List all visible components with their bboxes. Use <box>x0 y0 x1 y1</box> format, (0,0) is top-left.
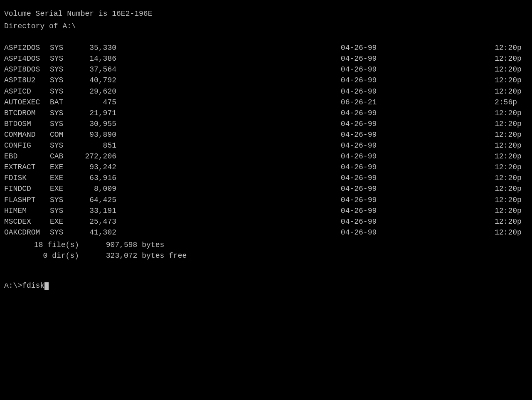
file-time: 12:20p <box>495 195 528 205</box>
file-spacer <box>116 119 341 129</box>
file-time: 12:20p <box>495 216 528 227</box>
serial-number-text: Volume Serial Number is 16E2-196E <box>4 10 152 18</box>
file-size: 40,792 <box>75 75 116 86</box>
file-spacer2 <box>382 108 495 119</box>
table-row: COMMAND COM 93,890 04-26-99 12:20p <box>4 129 528 140</box>
file-name: FDISK <box>4 173 50 183</box>
file-spacer2 <box>382 195 495 205</box>
file-size: 14,386 <box>75 53 116 64</box>
file-spacer2 <box>382 119 495 129</box>
file-name: AUTOEXEC <box>4 97 50 108</box>
file-spacer <box>116 64 341 75</box>
serial-number-line: Volume Serial Number is 16E2-196E <box>4 8 528 19</box>
file-time: 12:20p <box>495 53 528 64</box>
file-spacer <box>116 42 341 53</box>
file-spacer2 <box>382 227 495 238</box>
file-name: OAKCDROM <box>4 227 50 238</box>
file-ext: SYS <box>50 205 75 216</box>
file-name: ASPI2DOS <box>4 42 50 53</box>
file-time: 12:20p <box>495 108 528 119</box>
file-ext: SYS <box>50 140 75 151</box>
file-spacer2 <box>382 75 495 86</box>
file-time: 12:20p <box>495 42 528 53</box>
file-spacer <box>116 53 341 64</box>
file-date: 04-26-99 <box>341 42 382 53</box>
table-row: MSCDEX EXE 25,473 04-26-99 12:20p <box>4 216 528 227</box>
file-date: 06-26-21 <box>341 97 382 108</box>
file-name: FLASHPT <box>4 195 50 205</box>
table-row: FLASHPT SYS 64,425 04-26-99 12:20p <box>4 195 528 205</box>
file-name: ASPI8U2 <box>4 75 50 86</box>
file-spacer2 <box>382 205 495 216</box>
file-spacer2 <box>382 129 495 140</box>
file-time: 12:20p <box>495 183 528 194</box>
dirs-count: 0 dir(s) <box>4 250 79 261</box>
file-date: 04-26-99 <box>341 216 382 227</box>
file-size: 272,206 <box>75 151 116 162</box>
table-row: BTCDROM SYS 21,971 04-26-99 12:20p <box>4 108 528 119</box>
file-ext: SYS <box>50 75 75 86</box>
file-time: 2:56p <box>495 97 528 108</box>
cursor-blink <box>44 282 49 290</box>
file-spacer2 <box>382 53 495 64</box>
file-spacer2 <box>382 140 495 151</box>
file-ext: SYS <box>50 227 75 238</box>
file-spacer2 <box>382 162 495 173</box>
file-date: 04-26-99 <box>341 140 382 151</box>
file-spacer <box>116 75 341 86</box>
file-spacer <box>116 195 341 205</box>
table-row: ASPI2DOS SYS 35,330 04-26-99 12:20p <box>4 42 528 53</box>
file-date: 04-26-99 <box>341 162 382 173</box>
file-ext: SYS <box>50 53 75 64</box>
file-ext: EXE <box>50 183 75 194</box>
file-spacer <box>116 108 341 119</box>
file-spacer2 <box>382 173 495 183</box>
file-name: ASPICD <box>4 86 50 97</box>
file-spacer <box>116 97 341 108</box>
file-size: 21,971 <box>75 108 116 119</box>
file-size: 93,890 <box>75 129 116 140</box>
table-row: EBD CAB 272,206 04-26-99 12:20p <box>4 151 528 162</box>
file-listing: ASPI2DOS SYS 35,330 04-26-99 12:20p ASPI… <box>4 42 528 238</box>
table-row: EXTRACT EXE 93,242 04-26-99 12:20p <box>4 162 528 173</box>
summary-section: 18 file(s) 907,598 bytes 0 dir(s) 323,07… <box>4 240 528 261</box>
file-ext: CAB <box>50 151 75 162</box>
file-time: 12:20p <box>495 119 528 129</box>
file-time: 12:20p <box>495 140 528 151</box>
file-size: 851 <box>75 140 116 151</box>
file-time: 12:20p <box>495 129 528 140</box>
table-row: BTDOSM SYS 30,955 04-26-99 12:20p <box>4 119 528 129</box>
file-name: HIMEM <box>4 205 50 216</box>
file-spacer <box>116 173 341 183</box>
files-summary-line: 18 file(s) 907,598 bytes <box>4 240 528 250</box>
file-ext: SYS <box>50 195 75 205</box>
file-date: 04-26-99 <box>341 173 382 183</box>
file-spacer2 <box>382 183 495 194</box>
file-size: 35,330 <box>75 42 116 53</box>
file-date: 04-26-99 <box>341 183 382 194</box>
file-spacer2 <box>382 97 495 108</box>
file-spacer2 <box>382 64 495 75</box>
file-time: 12:20p <box>495 205 528 216</box>
dirs-summary-line: 0 dir(s) 323,072 bytes free <box>4 250 528 261</box>
prompt-line[interactable]: A:\>fdisk <box>4 280 528 291</box>
file-name: CONFIG <box>4 140 50 151</box>
file-ext: EXE <box>50 162 75 173</box>
file-spacer <box>116 227 341 238</box>
terminal: Volume Serial Number is 16E2-196E Direct… <box>4 8 528 291</box>
table-row: OAKCDROM SYS 41,302 04-26-99 12:20p <box>4 227 528 238</box>
table-row: ASPICD SYS 29,620 04-26-99 12:20p <box>4 86 528 97</box>
file-date: 04-26-99 <box>341 53 382 64</box>
table-row: ASPI4DOS SYS 14,386 04-26-99 12:20p <box>4 53 528 64</box>
file-size: 64,425 <box>75 195 116 205</box>
file-time: 12:20p <box>495 86 528 97</box>
file-date: 04-26-99 <box>341 227 382 238</box>
file-time: 12:20p <box>495 151 528 162</box>
file-ext: BAT <box>50 97 75 108</box>
table-row: FDISK EXE 63,916 04-26-99 12:20p <box>4 173 528 183</box>
file-size: 30,955 <box>75 119 116 129</box>
file-date: 04-26-99 <box>341 75 382 86</box>
table-row: ASPI8U2 SYS 40,792 04-26-99 12:20p <box>4 75 528 86</box>
file-date: 04-26-99 <box>341 86 382 97</box>
file-date: 04-26-99 <box>341 195 382 205</box>
